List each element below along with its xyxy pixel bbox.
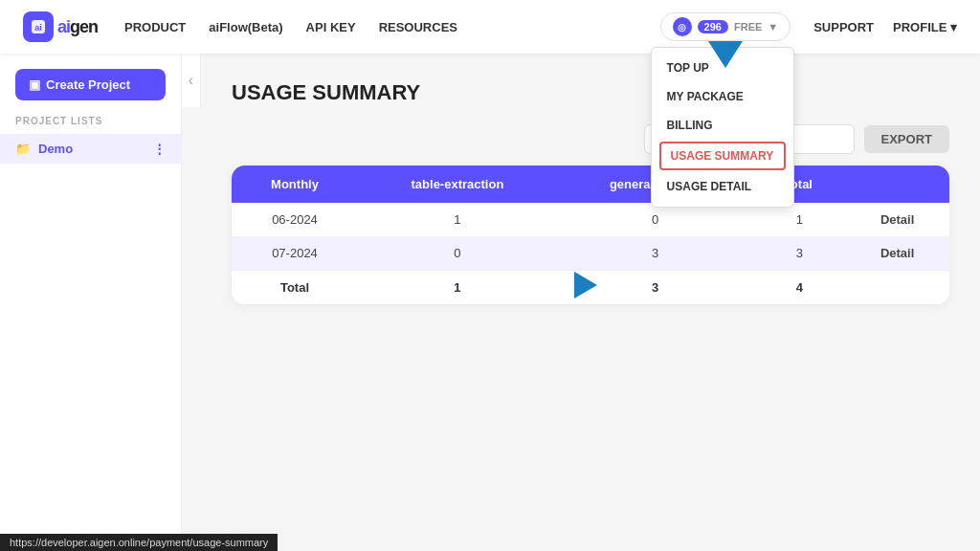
col-table-extraction: table-extraction — [358, 165, 557, 203]
dropdown-caret: ▼ — [768, 21, 778, 33]
nav-right: SUPPORT PROFILE ▾ — [813, 20, 957, 34]
sidebar-section-label: PROJECT LISTS — [0, 116, 181, 134]
sidebar-collapse-button[interactable]: ‹ — [182, 54, 201, 107]
table-row: 06-2024 1 0 1 Detail — [232, 203, 949, 236]
cell-total-1: 3 — [753, 236, 845, 271]
export-button[interactable]: EXPORT — [864, 125, 949, 153]
sidebar-item-more-icon[interactable]: ⋮ — [153, 142, 166, 156]
footer-label: Total — [232, 271, 358, 305]
footer-tableext: 1 — [358, 271, 557, 305]
credits-dropdown: TOP UP MY PACKAGE BILLING USAGE SUMMARY … — [651, 47, 794, 208]
sidebar-item-demo[interactable]: 📁 Demo ⋮ — [0, 134, 181, 164]
nav-profile[interactable]: PROFILE ▾ — [893, 20, 957, 34]
nav-apikey[interactable]: API KEY — [306, 20, 356, 34]
create-project-label: Create Project — [46, 77, 130, 92]
cell-monthly-0: 06-2024 — [232, 203, 358, 236]
col-monthly: Monthly — [232, 165, 358, 203]
credits-free: FREE — [734, 21, 762, 33]
arrow-down-icon — [708, 41, 743, 68]
nav-links: PRODUCT aiFlow(Beta) API KEY RESOURCES — [124, 20, 660, 34]
folder-icon: 📁 — [15, 142, 31, 156]
layout: ▣ Create Project PROJECT LISTS 📁 Demo ⋮ … — [0, 54, 980, 551]
create-project-icon: ▣ — [29, 77, 40, 92]
col-action — [845, 165, 949, 203]
svg-text:ai: ai — [34, 23, 42, 33]
nav-aiflow[interactable]: aiFlow(Beta) — [209, 20, 282, 34]
sidebar-item-left: 📁 Demo — [15, 142, 73, 156]
footer-total: 4 — [753, 271, 845, 305]
nav-product[interactable]: PRODUCT — [124, 20, 186, 34]
arrow-down-annotation — [708, 41, 743, 68]
navbar: ai aigen PRODUCT aiFlow(Beta) API KEY RE… — [0, 0, 980, 54]
cell-generalinv-0: 0 — [557, 203, 753, 236]
cell-total-0: 1 — [753, 203, 845, 236]
nav-resources[interactable]: RESOURCES — [379, 20, 457, 34]
arrow-right-icon — [574, 272, 597, 298]
page-title: USAGE SUMMARY — [232, 80, 949, 105]
credits-menu[interactable]: ◎ 296 FREE ▼ TOP UP MY PACKAGE BILLING U… — [660, 12, 791, 41]
arrow-right-annotation — [574, 272, 597, 298]
main-content: USAGE SUMMARY EXPORT Monthly table-extra… — [201, 54, 980, 551]
sidebar-item-demo-label: Demo — [38, 142, 73, 156]
cell-tableext-0: 1 — [358, 203, 557, 236]
detail-link-0[interactable]: Detail — [880, 212, 914, 227]
logo-text: aigen — [57, 17, 98, 37]
table-toolbar: EXPORT — [232, 124, 949, 154]
table-header-row: Monthly table-extraction general-invoice… — [232, 165, 949, 203]
logo-icon: ai — [23, 11, 54, 42]
credits-count: 296 — [698, 20, 728, 33]
cell-monthly-1: 07-2024 — [232, 236, 358, 271]
status-bar: https://developer.aigen.online/payment/u… — [0, 534, 278, 551]
logo[interactable]: ai aigen — [23, 11, 98, 42]
nav-support[interactable]: SUPPORT — [813, 20, 874, 34]
credits-button[interactable]: ◎ 296 FREE ▼ — [660, 12, 791, 41]
cell-tableext-1: 0 — [358, 236, 557, 271]
detail-link-1[interactable]: Detail — [880, 246, 914, 260]
dropdown-billing[interactable]: BILLING — [652, 111, 793, 140]
create-project-button[interactable]: ▣ Create Project — [15, 69, 166, 100]
table-row: 07-2024 0 3 3 Detail — [232, 236, 949, 271]
status-url: https://developer.aigen.online/payment/u… — [10, 537, 268, 548]
dropdown-usage-summary[interactable]: USAGE SUMMARY — [659, 142, 786, 170]
dropdown-mypackage[interactable]: MY PACKAGE — [652, 82, 793, 111]
cell-generalinv-1: 3 — [557, 236, 753, 271]
dropdown-usage-detail[interactable]: USAGE DETAIL — [652, 172, 793, 201]
credits-icon: ◎ — [673, 17, 692, 36]
sidebar: ▣ Create Project PROJECT LISTS 📁 Demo ⋮ — [0, 54, 182, 551]
